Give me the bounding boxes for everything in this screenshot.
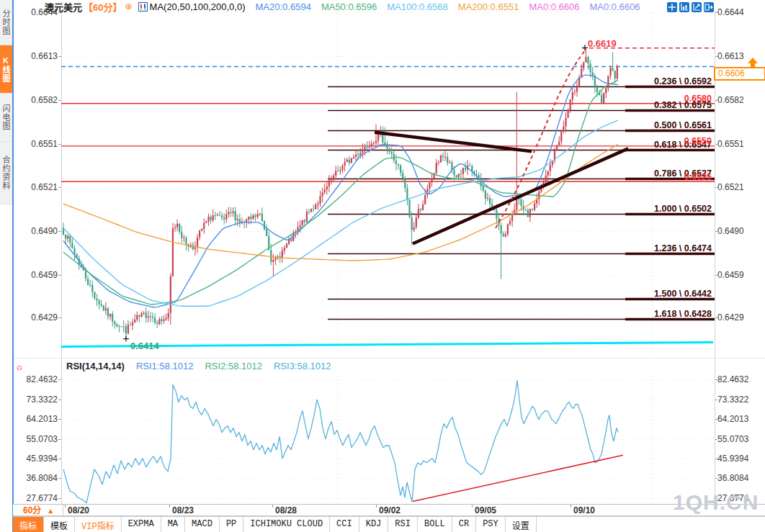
price-axis-label-left: 0.6551 <box>13 139 58 149</box>
price-axis-label-right: 0.6429 <box>717 312 744 323</box>
candles <box>63 48 618 338</box>
price-axis-label-left: 0.6429 <box>13 312 58 323</box>
fib-level-label: 0.236 \ 0.6592 <box>654 76 712 86</box>
rsi-axis-label-right: 64.2013 <box>717 414 748 424</box>
trading-terminal: 0.236 \ 0.65920.382 \ 0.65750.500 \ 0.65… <box>0 0 765 532</box>
toolbar-item-设置[interactable]: 设置 <box>506 517 537 532</box>
rsi-axis-label-right: 45.9394 <box>717 454 748 464</box>
x-axis-tick <box>272 505 273 508</box>
price-axis-label-left: 0.6521 <box>13 182 58 192</box>
rsi-header: RSI(14,14,14) RSI1:58.1012RSI2:58.1012RS… <box>66 361 331 371</box>
x-axis-tick <box>376 505 377 508</box>
fib-level-label: 1.000 \ 0.6502 <box>654 204 712 214</box>
toolbar-item-MACD[interactable]: MACD <box>185 517 220 532</box>
current-price-value: 0.6606 <box>718 68 745 78</box>
price-axis-label-right: 0.6613 <box>717 51 744 61</box>
toolbar-item-PP[interactable]: PP <box>220 517 243 532</box>
red-level-label: 0.6525 <box>684 172 712 182</box>
price-axis-label-right: 0.6582 <box>717 95 744 105</box>
fib-level-label: 0.500 \ 0.6561 <box>654 120 712 130</box>
ma-line-MA50 <box>63 81 618 305</box>
price-axis-label-right: 0.6551 <box>717 139 744 149</box>
price-axis-label-right: 0.6644 <box>717 7 744 17</box>
ma-value: MA0:0.6606 <box>529 1 579 12</box>
toolbar-item-PSY[interactable]: PSY <box>476 517 506 532</box>
toolbar-item-模板[interactable]: 模板 <box>44 517 75 532</box>
indicator-settings-icon[interactable]: ☼ <box>15 361 24 372</box>
toolbar-item-KDJ[interactable]: KDJ <box>359 517 389 532</box>
rsi-axis-label-right: 82.4632 <box>717 374 748 384</box>
timeframe-label[interactable]: 【60分】 <box>84 0 122 14</box>
swing-high-label: 0.6619 <box>588 38 617 49</box>
x-axis-date-label: 08/28 <box>275 505 307 515</box>
zoom-axis-in-icon[interactable] <box>679 2 689 12</box>
sidebar-item-4[interactable]: 合约资料 <box>0 142 12 204</box>
toolbar-item-RSI[interactable]: RSI <box>388 517 418 532</box>
swing-low-label: 0.6414 <box>130 341 159 351</box>
symbol-title: 澳元美元 <box>45 0 82 14</box>
ma-line-MA100 <box>63 120 618 306</box>
rsi-axis-label-left: 82.4632 <box>13 374 58 384</box>
indicator-toolbar: 指标模板VIP指标EXPMAMAMACDPPICHIMOKU CLOUDCCIK… <box>13 516 765 532</box>
exit-chart-icon[interactable] <box>704 2 714 12</box>
x-axis-date-label: 09/05 <box>475 505 506 515</box>
price-axis-label-left: 0.6459 <box>13 270 58 280</box>
rsi-axis-label-left: 27.6774 <box>13 493 58 503</box>
ascending-trend-line <box>413 148 628 243</box>
rsi-axis-label-left: 73.3322 <box>13 395 58 405</box>
toolbar-item-MA[interactable]: MA <box>161 517 185 532</box>
x-axis-tick <box>169 505 170 508</box>
rsi-axis-label-left: 36.8084 <box>13 473 58 483</box>
rsi-axis-label-left: 55.0703 <box>13 434 58 444</box>
sidebar-item-3[interactable]: 闪电图 <box>0 94 12 142</box>
toolbar-item-VIP指标[interactable]: VIP指标 <box>75 517 122 532</box>
move-crosshair-icon[interactable] <box>667 2 677 12</box>
rsi-series-value: RSI2:58.1012 <box>205 361 262 371</box>
toolbar-item-ICHIMOKU CLOUD[interactable]: ICHIMOKU CLOUD <box>243 517 330 532</box>
x-axis-date-label: 08/23 <box>172 505 204 515</box>
rsi-axis-label-right: 36.8084 <box>717 473 748 483</box>
toolbar-item-CCI[interactable]: CCI <box>330 517 359 532</box>
dropdown-arrow-icon: ▲ <box>47 507 54 515</box>
rsi-axis-label-left: 45.9394 <box>13 454 58 464</box>
red-level-label: 0.6580 <box>684 94 712 104</box>
ma-formula: MA(20,50,100,200,0,0) <box>150 1 246 12</box>
fib-level-label: 1.618 \ 0.6428 <box>654 309 712 319</box>
x-axis-date-label: 08/20 <box>68 505 99 515</box>
rsi-title: RSI(14,14,14) <box>66 361 125 371</box>
ma-value: MA20:0.6594 <box>256 1 311 12</box>
price-axis-label-left: 0.6613 <box>13 51 58 61</box>
price-axis-label-left: 0.6582 <box>13 95 58 105</box>
descending-triangle-line <box>375 132 532 152</box>
x-axis-tick <box>472 505 473 508</box>
timeframe-selector[interactable]: 60分▲ <box>13 505 63 516</box>
sidebar-item-2[interactable]: K线图 <box>0 45 12 94</box>
rsi-line <box>63 380 618 502</box>
add-indicator-icon[interactable]: ⊕ <box>125 1 132 12</box>
candlestick-chart[interactable]: 0.236 \ 0.65920.382 \ 0.65750.500 \ 0.65… <box>0 0 765 532</box>
rsi-axis-label-right: 73.3322 <box>717 395 748 405</box>
red-level-label: 0.6550 <box>684 136 712 146</box>
toolbar-item-EXPMA[interactable]: EXPMA <box>122 517 161 532</box>
current-price-badge: 0.6606 <box>714 67 765 81</box>
x-axis-tick <box>65 505 66 508</box>
toolbar-item-指标[interactable]: 指标 <box>13 517 44 532</box>
x-axis-row: 60分▲ 08/2008/2308/2809/0209/0509/10 <box>13 504 765 516</box>
rsi-series-value: RSI3:58.1012 <box>274 361 331 371</box>
candle-chart-icon <box>138 2 148 12</box>
rsi-axis-label-right: 55.0703 <box>717 434 748 444</box>
toolbar-item-CR[interactable]: CR <box>452 517 476 532</box>
zoom-axis-out-icon[interactable] <box>692 2 702 12</box>
rsi-axis-label-left: 64.2013 <box>13 414 58 424</box>
price-axis-label-right: 0.6459 <box>717 270 744 280</box>
rsi-axis-label-right: 27.6774 <box>717 493 748 503</box>
price-axis-label-right: 0.6490 <box>717 226 744 236</box>
price-up-arrow-icon <box>747 58 759 68</box>
window-controls <box>667 2 714 12</box>
toolbar-item-BOLL[interactable]: BOLL <box>418 517 452 532</box>
rsi-series-value: RSI1:58.1012 <box>136 361 194 371</box>
x-axis-tick <box>571 505 571 508</box>
ma-values: MA20:0.6594MA50:0.6596MA100:0.6568MA200:… <box>246 1 640 12</box>
price-axis-label-right: 0.6521 <box>717 182 744 192</box>
sidebar-item-1[interactable]: 分时图 <box>0 0 12 45</box>
